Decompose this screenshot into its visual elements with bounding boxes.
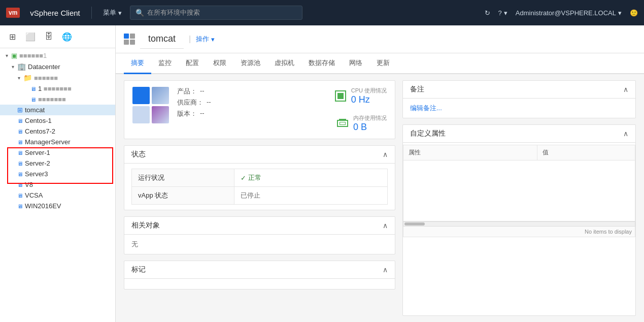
tab-datastores[interactable]: 数据存储 — [301, 53, 342, 74]
feedback-button[interactable]: 🙂 — [630, 9, 638, 17]
user-menu-button[interactable]: Administrator@VSPHERE.LOCAL ▾ — [516, 9, 622, 17]
operations-chevron-icon: ▾ — [211, 36, 215, 43]
sidebar-icon-bar: ⊞ ⬜ 🗄 🌐 — [0, 25, 115, 48]
product-field-row-0: 产品： -- — [177, 87, 211, 96]
sidebar-item-server2[interactable]: 🖥 Server-2 — [0, 158, 115, 169]
main-layout: ⊞ ⬜ 🗄 🌐 ▾ ▣ ■■■■■■1 ▾ 🏢 Datacenter ▾ 📁 ■… — [0, 25, 644, 322]
notes-card-title: 备注 — [410, 85, 424, 94]
custom-props-collapse-button[interactable]: ∧ — [623, 130, 628, 138]
scrollbar-thumb — [404, 222, 425, 226]
refresh-button[interactable]: ↻ — [485, 9, 490, 17]
content-header: tomcat | 操作 ▾ — [116, 25, 644, 53]
sidebar-tree: ▾ ▣ ■■■■■■1 ▾ 🏢 Datacenter ▾ 📁 ■■■■■■ 🖥 … — [0, 48, 115, 322]
sidebar-storage-icon[interactable]: 🗄 — [42, 29, 56, 44]
sidebar-item-vm2[interactable]: 🖥 ■■■■■■■ — [0, 94, 115, 105]
sidebar-item-label: ■■■■■■ — [34, 74, 58, 82]
tab-network[interactable]: 网络 — [342, 53, 369, 74]
sidebar-item-managerserver[interactable]: 🖥 ManagerServer — [0, 137, 115, 147]
vapp-icon: ⊞ — [17, 106, 23, 114]
right-column: 备注 ∧ 编辑备注... 自定义属性 ∧ — [402, 80, 636, 316]
vm-icon: 🖥 — [30, 96, 36, 103]
sidebar-item-label: 1 ■■■■■■■ — [38, 85, 72, 92]
tab-perms[interactable]: 权限 — [206, 53, 233, 74]
tab-config[interactable]: 配置 — [179, 53, 206, 74]
expand-icon — [9, 150, 16, 155]
search-box[interactable]: 🔍 在所有环境中搜索 — [130, 6, 302, 20]
content-area: tomcat | 操作 ▾ 摘要 监控 配置 权限 资源池 虚拟机 数据存储 网… — [116, 25, 644, 322]
sidebar-vms-icon[interactable]: ⬜ — [23, 29, 38, 44]
expand-icon: ▾ — [15, 75, 22, 81]
empty-row — [403, 160, 635, 221]
content-scroll: 产品： -- 供应商： -- 版本： -- — [116, 74, 644, 322]
sidebar-item-server3[interactable]: 🖥 Server3 — [0, 169, 115, 179]
sidebar-item-vm1[interactable]: 🖥 1 ■■■■■■■ — [0, 83, 115, 94]
entity-title: tomcat — [140, 29, 184, 49]
sidebar-item-datacenter[interactable]: ▾ 🏢 Datacenter — [0, 61, 115, 72]
vm-icon: 🖥 — [17, 192, 23, 199]
product-fields: 产品： -- 供应商： -- 版本： -- — [177, 87, 211, 118]
related-collapse-button[interactable]: ∧ — [383, 221, 388, 230]
menu-chevron-icon: ▾ — [118, 9, 122, 17]
sidebar-item-tomcat[interactable]: ⊞ tomcat — [0, 105, 115, 115]
edit-notes-link[interactable]: 编辑备注... — [410, 104, 442, 112]
mem-value: 0 B — [353, 122, 387, 133]
folder-icon: 📁 — [23, 74, 32, 82]
metrics-panel: CPU 使用情况 0 Hz 内存使用情况 0 B — [335, 87, 387, 133]
sidebar-item-server1[interactable]: 🖥 Server-1 — [0, 147, 115, 158]
no-items-label: 无 — [131, 236, 138, 252]
notes-collapse-button[interactable]: ∧ — [623, 85, 628, 93]
sidebar: ⊞ ⬜ 🗄 🌐 ▾ ▣ ■■■■■■1 ▾ 🏢 Datacenter ▾ 📁 ■… — [0, 25, 116, 322]
status-table: 运行状况 ✓ 正常 vApp 状态 — [131, 169, 388, 205]
product-label-2: 版本： — [177, 109, 197, 118]
vm-icon: 🖥 — [30, 86, 36, 92]
cpu-icon — [335, 90, 346, 102]
tab-monitor[interactable]: 监控 — [151, 53, 179, 74]
sidebar-item-win2016ev[interactable]: 🖥 WIN2016EV — [0, 201, 115, 211]
tab-update[interactable]: 更新 — [369, 53, 397, 74]
vm-icon: 🖥 — [17, 128, 23, 135]
sidebar-item-centos2[interactable]: 🖥 Centos7-2 — [0, 126, 115, 137]
sidebar-item-folder[interactable]: ▾ 📁 ■■■■■■ — [0, 72, 115, 83]
icon-sq1 — [124, 34, 129, 39]
horizontal-scrollbar[interactable] — [403, 221, 635, 227]
tab-respool[interactable]: 资源池 — [233, 53, 267, 74]
icon-sq2 — [130, 34, 135, 39]
menu-button[interactable]: 菜单 ▾ — [103, 8, 122, 17]
vm-icon: 🖥 — [17, 118, 23, 124]
operations-button[interactable]: 操作 ▾ — [196, 35, 215, 44]
right-actions: ↻ ? ▾ Administrator@VSPHERE.LOCAL ▾ 🙂 — [485, 9, 638, 17]
vm-logo: vm — [6, 8, 20, 18]
tab-vms[interactable]: 虚拟机 — [267, 53, 301, 74]
tags-card-title: 标记 — [131, 265, 146, 274]
status-value-1: 已停止 — [234, 187, 387, 205]
mem-icon — [337, 120, 348, 127]
expand-icon — [9, 160, 16, 166]
vm-icon: 🖥 — [17, 139, 23, 145]
cpu-value: 0 Hz — [351, 94, 387, 105]
app-title: vSphere Client — [30, 9, 80, 17]
sidebar-item-vcsa[interactable]: 🖥 VCSA — [0, 190, 115, 201]
sidebar-item-root[interactable]: ▾ ▣ ■■■■■■1 — [0, 50, 115, 61]
custom-props-table: 属性 值 — [403, 145, 635, 221]
col-attr: 属性 — [403, 145, 537, 160]
tab-summary[interactable]: 摘要 — [124, 53, 151, 74]
status-collapse-button[interactable]: ∧ — [383, 150, 388, 158]
expand-icon — [9, 171, 16, 177]
related-card-title: 相关对象 — [131, 221, 160, 230]
notes-card-header: 备注 ∧ — [403, 81, 635, 99]
tags-card-body — [124, 279, 395, 289]
status-label-1: vApp 状态 — [132, 187, 234, 205]
search-placeholder: 在所有环境中搜索 — [147, 8, 200, 17]
sidebar-item-label: Server-1 — [25, 149, 50, 156]
sidebar-network-icon[interactable]: 🌐 — [60, 29, 74, 44]
product-value-2: -- — [200, 109, 205, 118]
sidebar-item-label: Centos7-2 — [25, 127, 55, 135]
expand-icon — [9, 118, 16, 123]
sidebar-hosts-icon[interactable]: ⊞ — [5, 29, 19, 44]
tags-collapse-button[interactable]: ∧ — [383, 266, 388, 274]
sidebar-item-centos1[interactable]: 🖥 Centos-1 — [0, 115, 115, 126]
tags-card-header: 标记 ∧ — [124, 261, 395, 279]
sidebar-item-v8[interactable]: 🖥 V8 — [0, 179, 115, 190]
icon-sq4 — [130, 40, 135, 45]
help-button[interactable]: ? ▾ — [498, 9, 507, 17]
